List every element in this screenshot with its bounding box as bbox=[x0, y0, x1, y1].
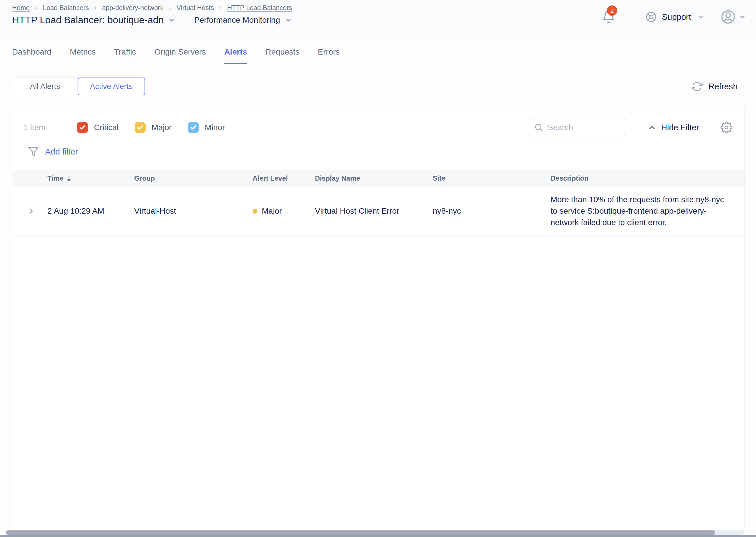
search-icon bbox=[534, 123, 543, 132]
search-input[interactable] bbox=[548, 123, 620, 132]
horizontal-scrollbar-thumb[interactable] bbox=[6, 530, 715, 535]
breadcrumb-home[interactable]: Home bbox=[12, 4, 29, 12]
alerts-view-toggle: All Alerts Active Alerts bbox=[12, 77, 145, 95]
severity-label: Critical bbox=[94, 123, 119, 132]
title-dropdown-chevron-icon[interactable] bbox=[168, 17, 175, 24]
checkbox-checked-icon[interactable] bbox=[135, 122, 146, 133]
notifications-button[interactable]: 2 bbox=[602, 10, 615, 24]
breadcrumb-load-balancers[interactable]: Load Balancers bbox=[43, 4, 89, 12]
chevron-down-icon bbox=[285, 17, 292, 24]
major-level-dot-icon bbox=[252, 209, 257, 214]
sort-desc-icon[interactable] bbox=[67, 175, 71, 182]
view-selector[interactable]: Performance Monitoring bbox=[194, 16, 292, 25]
refresh-button[interactable]: Refresh bbox=[691, 81, 737, 92]
cell-group: Virtual-Host bbox=[134, 206, 252, 216]
chevron-down-icon bbox=[739, 13, 746, 21]
active-alerts-button[interactable]: Active Alerts bbox=[77, 77, 145, 95]
view-selector-label: Performance Monitoring bbox=[194, 16, 280, 25]
cell-description: More than 10% of the requests from site … bbox=[551, 194, 744, 228]
funnel-icon bbox=[28, 146, 39, 157]
search-box bbox=[529, 119, 625, 137]
column-header-group[interactable]: Group bbox=[134, 174, 252, 182]
top-header: Home Load Balancers app-delivery-network… bbox=[0, 0, 756, 35]
add-filter-label: Add filter bbox=[45, 147, 78, 156]
breadcrumb: Home Load Balancers app-delivery-network… bbox=[12, 4, 292, 12]
tab-bar: Dashboard Metrics Traffic Origin Servers… bbox=[12, 47, 756, 64]
column-header-display-name[interactable]: Display Name bbox=[315, 174, 433, 182]
tab-origin-servers[interactable]: Origin Servers bbox=[154, 47, 206, 64]
column-header-site[interactable]: Site bbox=[433, 174, 551, 182]
page-title: HTTP Load Balancer: boutique-adn bbox=[12, 14, 164, 25]
chevron-right-icon bbox=[168, 6, 172, 10]
cell-display-name: Virtual Host Client Error bbox=[315, 206, 433, 216]
header-divider bbox=[629, 9, 629, 25]
severity-filter-major[interactable]: Major bbox=[135, 122, 172, 133]
tab-errors[interactable]: Errors bbox=[318, 47, 340, 64]
lifebuoy-icon bbox=[645, 11, 657, 23]
notification-count-badge: 2 bbox=[607, 6, 617, 16]
item-count: 1 item bbox=[23, 123, 67, 132]
alerts-card: 1 item Critical Major Minor Hide Filter bbox=[12, 107, 745, 529]
alert-level-label: Major bbox=[262, 206, 282, 216]
table-settings-button[interactable] bbox=[720, 121, 733, 134]
chevron-right-icon bbox=[218, 6, 223, 10]
support-menu[interactable]: Support bbox=[645, 11, 705, 23]
table-row[interactable]: 2 Aug 10:29 AM Virtual-Host Major Virtua… bbox=[12, 187, 744, 235]
severity-filter-minor[interactable]: Minor bbox=[188, 122, 225, 133]
checkbox-checked-icon[interactable] bbox=[188, 122, 199, 133]
window-bottom-edge bbox=[0, 535, 756, 537]
column-header-description[interactable]: Description bbox=[551, 174, 744, 182]
user-avatar-icon bbox=[720, 9, 736, 25]
tab-requests[interactable]: Requests bbox=[265, 47, 299, 64]
cell-time: 2 Aug 10:29 AM bbox=[47, 206, 134, 216]
filter-bar: 1 item Critical Major Minor Hide Filter bbox=[23, 119, 733, 137]
cell-site: ny8-nyc bbox=[433, 206, 551, 216]
tab-metrics[interactable]: Metrics bbox=[70, 47, 96, 64]
breadcrumb-namespace[interactable]: app-delivery-network bbox=[102, 4, 163, 12]
add-filter-button[interactable]: Add filter bbox=[28, 146, 744, 157]
account-menu[interactable] bbox=[720, 9, 746, 25]
gear-icon bbox=[720, 121, 733, 134]
severity-label: Minor bbox=[205, 123, 225, 132]
table-header: Time Group Alert Level Display Name Site… bbox=[12, 170, 744, 187]
severity-filter-critical[interactable]: Critical bbox=[77, 122, 119, 133]
tab-dashboard[interactable]: Dashboard bbox=[12, 47, 51, 64]
column-header-time[interactable]: Time bbox=[47, 174, 134, 182]
hide-filter-button[interactable]: Hide Filter bbox=[648, 123, 699, 132]
alerts-controls-row: All Alerts Active Alerts Refresh bbox=[0, 77, 756, 95]
chevron-right-icon bbox=[34, 6, 38, 10]
refresh-label: Refresh bbox=[708, 82, 737, 91]
severity-label: Major bbox=[152, 123, 172, 132]
cell-alert-level: Major bbox=[252, 206, 315, 216]
tab-traffic[interactable]: Traffic bbox=[114, 47, 136, 64]
checkbox-checked-icon[interactable] bbox=[77, 122, 88, 133]
column-header-alert-level[interactable]: Alert Level bbox=[252, 174, 315, 182]
row-expander-chevron-icon[interactable] bbox=[12, 207, 47, 215]
refresh-icon bbox=[691, 81, 702, 92]
severity-filters: Critical Major Minor bbox=[77, 122, 225, 133]
support-label: Support bbox=[662, 12, 691, 22]
breadcrumb-http-load-balancers[interactable]: HTTP Load Balancers bbox=[227, 4, 292, 12]
chevron-right-icon bbox=[93, 6, 98, 10]
all-alerts-button[interactable]: All Alerts bbox=[12, 77, 77, 95]
chevron-up-icon bbox=[648, 123, 656, 132]
tab-alerts[interactable]: Alerts bbox=[224, 47, 247, 64]
chevron-down-icon bbox=[697, 13, 705, 21]
hide-filter-label: Hide Filter bbox=[661, 123, 699, 132]
breadcrumb-virtual-hosts[interactable]: Virtual Hosts bbox=[177, 4, 214, 12]
